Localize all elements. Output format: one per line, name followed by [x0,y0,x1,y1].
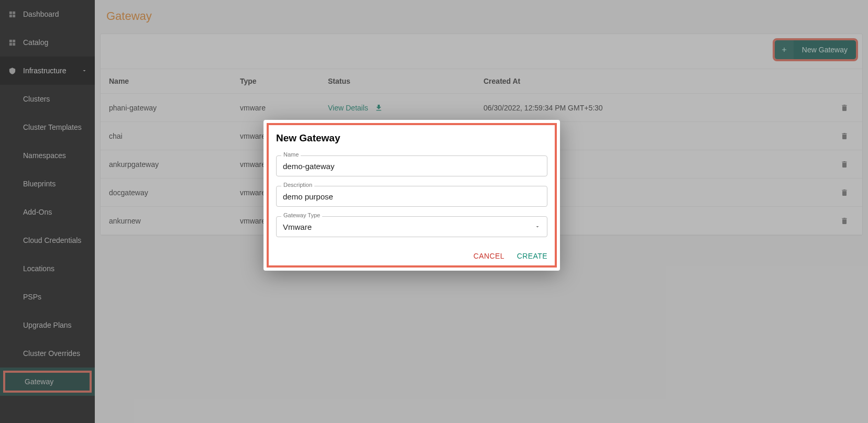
description-label: Description [281,182,314,188]
create-button[interactable]: CREATE [517,252,547,260]
name-input[interactable] [276,155,547,176]
modal-title: New Gateway [263,132,560,155]
description-input[interactable] [276,186,547,207]
gateway-type-field: Gateway Type Vmware [276,216,547,237]
gateway-type-value: Vmware [283,222,312,231]
new-gateway-modal: New Gateway Name Description Gateway Typ… [263,120,560,271]
caret-down-icon [534,224,541,230]
gateway-type-label: Gateway Type [281,212,322,218]
description-field: Description [276,186,547,207]
gateway-type-select[interactable]: Vmware [276,216,547,237]
cancel-button[interactable]: CANCEL [474,252,504,260]
name-label: Name [281,151,301,158]
modal-actions: CANCEL CREATE [263,247,560,263]
name-field: Name [276,155,547,176]
